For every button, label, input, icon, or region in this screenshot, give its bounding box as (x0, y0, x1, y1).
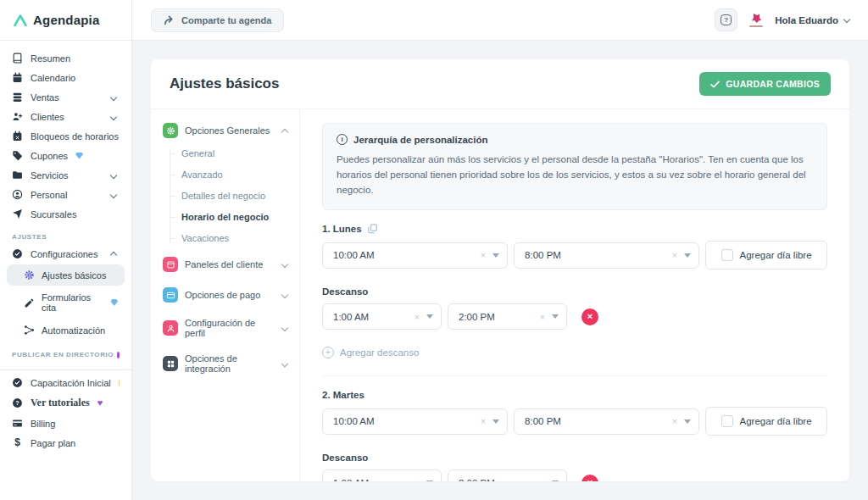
share-icon (164, 15, 175, 25)
sidebar-item-label: Cupones (31, 151, 68, 161)
sidebar-item-label: Servicios (31, 170, 69, 181)
clear-icon[interactable]: × (672, 416, 677, 426)
sidebar-item-personal[interactable]: Personal (0, 186, 131, 203)
sidebar-item-ajustes-basicos[interactable]: Ajustes básicos (7, 264, 125, 286)
sidebar-item-label: Personal (31, 190, 67, 200)
subnav-paneles-cliente[interactable]: Paneles del cliente (163, 257, 291, 272)
user-circle-icon (12, 189, 23, 200)
save-changes-button[interactable]: GUARDAR CAMBIOS (699, 72, 831, 96)
open-time-select-martes[interactable]: 10:00 AM × (322, 408, 508, 435)
settings-card: Ajustes básicos GUARDAR CAMBIOS Opciones… (151, 59, 849, 481)
question-circle-icon: ? (12, 397, 23, 408)
sidebar-item-configuraciones[interactable]: Configuraciones (0, 245, 131, 263)
break-end-select-lunes[interactable]: 2:00 PM × (448, 303, 567, 330)
sidebar-item-ver-tutoriales[interactable]: ? Ver tutoriales ♥ (0, 393, 131, 413)
tag-icon (12, 150, 23, 161)
subnav-group-label: Paneles del cliente (185, 259, 263, 269)
subnav-opciones-generales[interactable]: Opciones Generales (163, 123, 291, 138)
sidebar-item-label: Ventas (31, 92, 59, 103)
subnav-opciones-integracion[interactable]: Opciones de integración (163, 353, 291, 374)
subnav-item-horario-negocio[interactable]: Horario del negocio (181, 212, 291, 222)
chevron-down-icon (110, 191, 117, 197)
business-logo[interactable] (749, 13, 763, 27)
agendapia-logo-icon (13, 14, 28, 27)
subnav-group-label: Opciones de pago (185, 290, 260, 300)
user-plus-icon (12, 111, 23, 122)
chevron-up-icon (281, 128, 288, 135)
gear-icon (24, 269, 35, 281)
app-logo[interactable]: Agendapia (0, 0, 131, 41)
add-break-button-lunes[interactable]: + Agregar descanso (322, 347, 827, 358)
sidebar-divider (0, 369, 131, 370)
break-start-select-martes[interactable]: 1:00 AM × (322, 469, 442, 481)
profile-config-icon (163, 320, 178, 336)
help-button[interactable]: ? (715, 8, 737, 31)
subnav-item-avanzado[interactable]: Avanzado (181, 169, 291, 180)
calendar-icon (12, 72, 23, 83)
sidebar-item-bloqueos[interactable]: Bloqueos de horarios (0, 127, 131, 145)
copy-icon[interactable] (368, 224, 377, 234)
close-time-select-lunes[interactable]: 8:00 PM × (514, 242, 699, 269)
clear-icon[interactable]: × (415, 312, 420, 322)
config-subitems: Ajustes básicos Formularios cita Automat… (0, 264, 131, 341)
gem-icon (75, 153, 83, 159)
clear-icon[interactable]: × (672, 250, 677, 260)
chevron-down-icon (281, 325, 288, 331)
delete-break-button-lunes[interactable]: × (581, 308, 598, 325)
clear-icon[interactable]: × (415, 478, 420, 481)
sidebar-item-sucursales[interactable]: Sucursales (0, 205, 131, 223)
clear-icon[interactable]: × (481, 416, 486, 426)
break-title-martes: Descanso (322, 453, 827, 463)
caret-down-icon (426, 481, 433, 481)
dollar-icon: $ (12, 437, 23, 448)
settings-subnav: Opciones Generales General Avanzado Deta… (151, 109, 300, 481)
break-start-select-lunes[interactable]: 1:00 AM × (322, 303, 442, 330)
business-logo-icon (749, 13, 763, 24)
sidebar-item-calendario[interactable]: Calendario (0, 69, 131, 86)
sidebar-item-resumen[interactable]: Resumen (0, 49, 131, 67)
chevron-up-icon (110, 252, 117, 258)
check-icon (710, 81, 720, 88)
sidebar-item-billing[interactable]: Billing (0, 414, 131, 432)
integration-options-icon (163, 356, 178, 371)
checkbox[interactable] (721, 415, 733, 427)
chevron-down-icon (110, 171, 117, 178)
sidebar-item-formularios-cita[interactable]: Formularios cita (7, 287, 125, 318)
subnav-item-vacaciones[interactable]: Vacaciones (181, 233, 291, 243)
clear-icon[interactable]: × (540, 478, 545, 481)
page-title: Ajustes básicos (170, 75, 279, 92)
subnav-configuracion-perfil[interactable]: Configuración de perfil (163, 318, 291, 338)
clear-icon[interactable]: × (481, 250, 486, 260)
sidebar-item-label: Sucursales (31, 209, 76, 219)
open-time-select-lunes[interactable]: 10:00 AM × (322, 242, 508, 269)
delete-break-button-martes[interactable]: × (581, 475, 598, 481)
greeting-label: Hola Eduardo (775, 15, 838, 25)
share-agenda-button[interactable]: Comparte tu agenda (151, 8, 284, 32)
sidebar-item-label: Ver tutoriales (31, 397, 90, 409)
user-menu[interactable]: Hola Eduardo (775, 15, 849, 25)
subnav-item-general[interactable]: General (181, 148, 291, 158)
subnav-opciones-pago[interactable]: Opciones de pago (163, 287, 291, 303)
sidebar-item-servicios[interactable]: Servicios (0, 166, 131, 184)
caret-down-icon (684, 419, 691, 424)
day-off-checkbox-martes[interactable]: Agregar día libre (705, 407, 827, 436)
schedule-settings: i Jerarquía de personalización Puedes pe… (300, 109, 849, 481)
day-off-checkbox-lunes[interactable]: Agregar día libre (705, 241, 827, 269)
clear-icon[interactable]: × (540, 312, 545, 322)
break-end-select-martes[interactable]: 2:00 PM × (448, 469, 567, 481)
share-nodes-icon (24, 325, 35, 336)
stack-icon (12, 92, 23, 103)
sidebar-item-ventas[interactable]: Ventas (0, 88, 131, 106)
main-content: Ajustes básicos GUARDAR CAMBIOS Opciones… (132, 41, 868, 500)
sidebar-item-pagar-plan[interactable]: $ Pagar plan (0, 434, 131, 452)
sidebar-item-clientes[interactable]: Clientes (0, 108, 131, 125)
sidebar-item-cupones[interactable]: Cupones (0, 147, 131, 164)
checkbox[interactable] (721, 249, 733, 261)
purple-heart-icon: ♥ (97, 398, 103, 408)
sidebar-item-label: Bloqueos de horarios (31, 131, 119, 142)
sidebar-item-automatizacion[interactable]: Automatización (7, 319, 125, 341)
sidebar-item-capacitacion[interactable]: Capacitación Inicial (0, 374, 131, 392)
subnav-item-detalles-negocio[interactable]: Detalles del negocio (181, 191, 291, 201)
close-time-select-martes[interactable]: 8:00 PM × (514, 408, 699, 435)
sidebar-item-label: Resumen (31, 53, 70, 64)
